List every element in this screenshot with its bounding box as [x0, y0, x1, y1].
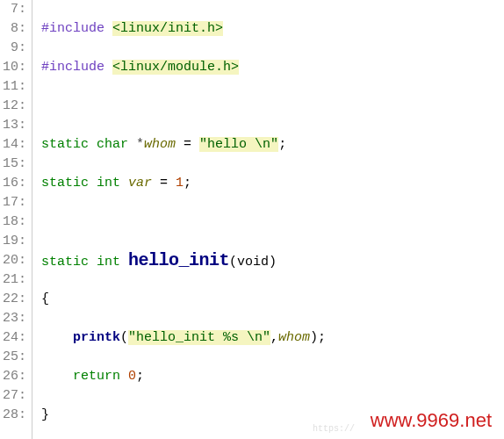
paren: ); [310, 330, 326, 345]
line-number: 27: [0, 386, 26, 406]
faint-watermark: https:// [313, 424, 355, 434]
line-number: 24: [0, 328, 26, 348]
argument: whom [278, 330, 310, 345]
preprocessor: #include [41, 60, 104, 75]
variable: var [128, 176, 152, 191]
keyword: static [41, 176, 89, 191]
brace: } [41, 407, 49, 422]
line-number: 17: [0, 193, 26, 212]
params: (void) [229, 255, 277, 270]
line-number: 10: [0, 58, 26, 77]
function-call: printk [73, 330, 120, 345]
line-number: 13: [0, 116, 26, 135]
header-file: <linux/init.h> [112, 21, 223, 36]
string-literal: "hello_init %s \n" [128, 330, 270, 345]
operator: = [152, 176, 176, 191]
code-line: static char *whom = "hello \n"; [41, 135, 405, 155]
code-line: printk("hello_init %s \n",whom); [41, 328, 405, 348]
string-literal: "hello \n" [199, 137, 278, 152]
variable: whom [144, 137, 176, 152]
code-line: return 0; [41, 367, 405, 386]
header-file: <linux/module.h> [112, 60, 239, 75]
line-number: 26: [0, 367, 26, 386]
code-line: } [41, 406, 405, 425]
code-line: static int var = 1; [41, 174, 405, 193]
line-number: 14: [0, 135, 26, 155]
operator: = [176, 137, 199, 152]
line-number: 21: [0, 270, 26, 290]
keyword: static [41, 137, 89, 152]
keyword: return [73, 369, 120, 384]
semicolon: ; [184, 176, 191, 191]
line-number: 9: [0, 39, 26, 58]
line-number: 12: [0, 97, 26, 116]
code-line: #include <linux/module.h> [41, 58, 405, 77]
code-line: { [41, 290, 405, 309]
semicolon: ; [136, 369, 144, 384]
line-number: 16: [0, 174, 26, 193]
line-number: 23: [0, 309, 26, 328]
code-line [41, 212, 405, 232]
brace: { [41, 291, 49, 306]
keyword: int [97, 255, 120, 270]
code-content: #include <linux/init.h> #include <linux/… [32, 0, 405, 439]
line-number: 11: [0, 77, 26, 97]
function-name: hello_init [128, 250, 229, 270]
keyword: char [97, 137, 128, 152]
line-number: 18: [0, 212, 26, 232]
line-number: 7: [0, 0, 26, 19]
comma: , [270, 330, 278, 345]
preprocessor: #include [41, 21, 104, 36]
number: 1 [176, 176, 184, 191]
code-line: static int hello_init(void) [41, 251, 405, 270]
line-number: 19: [0, 232, 26, 251]
paren: ( [120, 330, 128, 345]
line-number: 25: [0, 348, 26, 367]
line-number: 20: [0, 251, 26, 270]
operator: * [136, 137, 144, 152]
code-editor: 7: 8: 9: 10: 11: 12: 13: 14: 15: 16: 17:… [0, 0, 504, 439]
line-number: 15: [0, 155, 26, 174]
line-number: 28: [0, 406, 26, 425]
line-number: 8: [0, 19, 26, 39]
code-line: #include <linux/init.h> [41, 19, 405, 39]
semicolon: ; [278, 137, 286, 152]
code-line [41, 97, 405, 116]
line-gutter: 7: 8: 9: 10: 11: 12: 13: 14: 15: 16: 17:… [0, 0, 32, 439]
line-number: 22: [0, 290, 26, 309]
watermark: www.9969.net [371, 409, 492, 432]
number: 0 [128, 369, 136, 384]
keyword: int [97, 176, 120, 191]
keyword: static [41, 255, 89, 270]
